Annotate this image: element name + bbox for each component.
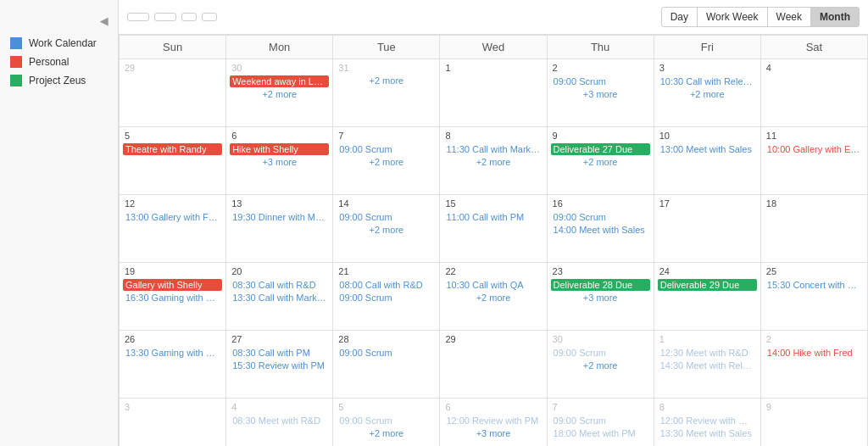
cal-cell-w1-d5[interactable]: 1013:00 Meet with Sales bbox=[654, 127, 760, 195]
event[interactable]: Gallery with Shelly bbox=[123, 279, 222, 291]
event[interactable]: 11:00 Call with PM bbox=[443, 211, 542, 223]
event[interactable]: +3 more bbox=[549, 88, 652, 100]
event[interactable]: 09:00 Scrum bbox=[551, 75, 650, 87]
cal-cell-w4-d1[interactable]: 2708:30 Call with PM15:30 Review with PM bbox=[226, 331, 333, 399]
event[interactable]: 08:30 Call with R&D bbox=[230, 279, 329, 291]
sidebar-toggle[interactable]: ◀ bbox=[100, 15, 108, 27]
event[interactable]: Deliverable 27 Due bbox=[551, 143, 650, 155]
event[interactable]: Theatre with Randy bbox=[123, 143, 222, 155]
cal-cell-w5-d2[interactable]: 509:00 Scrum+2 more bbox=[333, 399, 440, 447]
sidebar-item-work[interactable]: Work Calendar bbox=[0, 34, 118, 53]
event[interactable]: 08:30 Meet with R&D bbox=[230, 415, 329, 426]
cal-cell-w1-d6[interactable]: 1110:00 Gallery with Elena bbox=[760, 127, 867, 195]
prev-button[interactable] bbox=[181, 13, 197, 21]
event[interactable]: 18:00 Meet with PM bbox=[551, 427, 650, 439]
event[interactable]: 08:00 Call with R&D bbox=[337, 279, 436, 291]
event[interactable]: +3 more bbox=[549, 292, 652, 304]
cal-cell-w0-d0[interactable]: 29 bbox=[120, 59, 226, 127]
cal-cell-w5-d6[interactable]: 9 bbox=[760, 399, 867, 447]
cal-cell-w3-d0[interactable]: 19Gallery with Shelly16:30 Gaming with M… bbox=[120, 263, 226, 331]
cal-cell-w2-d2[interactable]: 1409:00 Scrum+2 more bbox=[333, 195, 440, 263]
cal-cell-w4-d6[interactable]: 214:00 Hike with Fred bbox=[760, 331, 867, 399]
cal-cell-w5-d1[interactable]: 408:30 Meet with R&D bbox=[226, 399, 333, 447]
event[interactable]: +3 more bbox=[442, 427, 544, 439]
cal-cell-w4-d5[interactable]: 112:30 Meet with R&D14:30 Meet with Rele… bbox=[654, 331, 760, 399]
cal-cell-w0-d5[interactable]: 310:30 Call with Release+2 more bbox=[654, 59, 760, 127]
cal-cell-w0-d6[interactable]: 4 bbox=[760, 59, 867, 127]
event[interactable]: 09:00 Scrum bbox=[337, 415, 436, 426]
event[interactable]: Hike with Shelly bbox=[230, 143, 329, 155]
cal-cell-w4-d0[interactable]: 2613:30 Gaming with Ra... bbox=[120, 331, 226, 399]
event[interactable]: 13:30 Call with Marketi... bbox=[230, 292, 329, 304]
event[interactable]: Weekend away in London bbox=[230, 75, 329, 87]
event[interactable]: +2 more bbox=[335, 427, 437, 439]
event[interactable]: 11:30 Call with Marketi... bbox=[443, 143, 542, 155]
cal-cell-w3-d2[interactable]: 2108:00 Call with R&D09:00 Scrum bbox=[333, 263, 440, 331]
event[interactable]: +2 more bbox=[549, 360, 652, 371]
event[interactable]: 10:30 Call with QA bbox=[443, 279, 542, 291]
cal-cell-w3-d3[interactable]: 2210:30 Call with QA+2 more bbox=[440, 263, 547, 331]
event[interactable]: +2 more bbox=[335, 156, 437, 168]
event[interactable]: Deliverable 29 Due bbox=[658, 279, 757, 291]
event[interactable]: 09:00 Scrum bbox=[337, 347, 436, 359]
cal-cell-w4-d2[interactable]: 2809:00 Scrum bbox=[333, 331, 440, 399]
event[interactable]: 09:00 Scrum bbox=[551, 415, 650, 426]
event[interactable]: 09:00 Scrum bbox=[551, 211, 650, 223]
event[interactable]: +2 more bbox=[656, 88, 759, 100]
event[interactable]: +2 more bbox=[335, 75, 437, 86]
today-button[interactable] bbox=[154, 13, 176, 21]
event[interactable]: 19:30 Dinner with Mitch bbox=[230, 211, 329, 223]
event[interactable]: 14:00 Meet with Sales bbox=[551, 224, 650, 236]
event[interactable]: 14:00 Hike with Fred bbox=[765, 347, 864, 359]
event[interactable]: 12:30 Meet with R&D bbox=[658, 347, 757, 359]
event[interactable]: 13:00 Gallery with Fred bbox=[123, 211, 222, 223]
cal-cell-w1-d2[interactable]: 709:00 Scrum+2 more bbox=[333, 127, 440, 195]
event[interactable]: 12:00 Review with Dev... bbox=[658, 415, 757, 426]
cal-cell-w1-d3[interactable]: 811:30 Call with Marketi...+2 more bbox=[440, 127, 547, 195]
event[interactable]: +3 more bbox=[228, 156, 331, 168]
event[interactable]: 13:30 Meet with Sales bbox=[658, 427, 757, 439]
cal-cell-w2-d4[interactable]: 1609:00 Scrum14:00 Meet with Sales bbox=[547, 195, 654, 263]
view-btn-month[interactable]: Month bbox=[810, 7, 860, 27]
cal-cell-w2-d6[interactable]: 18 bbox=[760, 195, 867, 263]
event[interactable]: 09:00 Scrum bbox=[551, 347, 650, 359]
event[interactable]: 13:00 Meet with Sales bbox=[658, 143, 757, 155]
cal-cell-w5-d4[interactable]: 709:00 Scrum18:00 Meet with PM bbox=[547, 399, 654, 447]
event[interactable]: 16:30 Gaming with Mit... bbox=[123, 292, 222, 304]
sidebar-item-personal[interactable]: Personal bbox=[0, 53, 118, 71]
event[interactable]: 08:30 Call with PM bbox=[230, 347, 329, 359]
cal-cell-w5-d3[interactable]: 612:00 Review with PM+3 more bbox=[440, 399, 547, 447]
cal-cell-w2-d1[interactable]: 1319:30 Dinner with Mitch bbox=[226, 195, 333, 263]
cal-cell-w5-d0[interactable]: 3 bbox=[120, 399, 226, 447]
cal-cell-w5-d5[interactable]: 812:00 Review with Dev...13:30 Meet with… bbox=[654, 399, 760, 447]
event[interactable]: 15:30 Review with PM bbox=[230, 360, 329, 371]
create-button[interactable] bbox=[127, 13, 149, 21]
cal-cell-w4-d4[interactable]: 3009:00 Scrum+2 more bbox=[547, 331, 654, 399]
event[interactable]: Deliverable 28 Due bbox=[551, 279, 650, 291]
event[interactable]: 12:00 Review with PM bbox=[443, 415, 542, 426]
cal-cell-w2-d5[interactable]: 17 bbox=[654, 195, 760, 263]
next-button[interactable] bbox=[202, 13, 217, 21]
event[interactable]: +2 more bbox=[442, 156, 544, 168]
view-btn-work-week[interactable]: Work Week bbox=[697, 7, 768, 27]
cal-cell-w0-d3[interactable]: 1 bbox=[440, 59, 547, 127]
event[interactable]: 09:00 Scrum bbox=[337, 211, 436, 223]
event[interactable]: 10:00 Gallery with Elena bbox=[765, 143, 864, 155]
cal-cell-w0-d4[interactable]: 209:00 Scrum+3 more bbox=[547, 59, 654, 127]
cal-cell-w0-d2[interactable]: 31+2 more bbox=[333, 59, 440, 127]
cal-cell-w3-d5[interactable]: 24Deliverable 29 Due bbox=[654, 263, 760, 331]
event[interactable]: 14:30 Meet with Relea... bbox=[658, 360, 757, 371]
event[interactable]: 09:00 Scrum bbox=[337, 143, 436, 155]
cal-cell-w2-d3[interactable]: 1511:00 Call with PM bbox=[440, 195, 547, 263]
cal-cell-w0-d1[interactable]: 30Weekend away in London+2 more bbox=[226, 59, 333, 127]
cal-cell-w1-d4[interactable]: 9Deliverable 27 Due+2 more bbox=[547, 127, 654, 195]
cal-cell-w4-d3[interactable]: 29 bbox=[440, 331, 547, 399]
cal-cell-w1-d1[interactable]: 6Hike with Shelly+3 more bbox=[226, 127, 333, 195]
cal-cell-w3-d6[interactable]: 2515:30 Concert with Sh... bbox=[760, 263, 867, 331]
view-btn-day[interactable]: Day bbox=[661, 7, 698, 27]
event[interactable]: +2 more bbox=[549, 156, 652, 168]
event[interactable]: 15:30 Concert with Sh... bbox=[765, 279, 864, 291]
event[interactable]: 13:30 Gaming with Ra... bbox=[123, 347, 222, 359]
cal-cell-w1-d0[interactable]: 5Theatre with Randy bbox=[120, 127, 226, 195]
cal-cell-w3-d1[interactable]: 2008:30 Call with R&D13:30 Call with Mar… bbox=[226, 263, 333, 331]
